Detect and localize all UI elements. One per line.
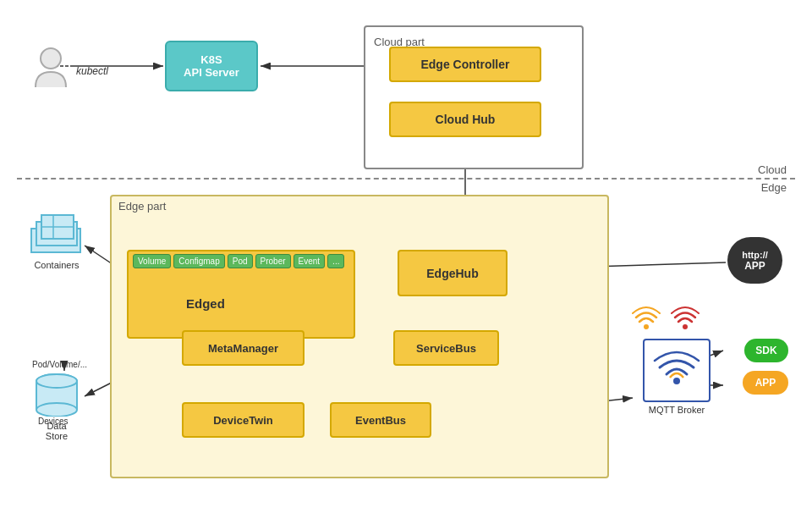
cloud-edge-divider bbox=[17, 178, 795, 179]
svg-point-35 bbox=[36, 374, 77, 388]
svg-point-36 bbox=[644, 324, 649, 329]
svg-point-24 bbox=[41, 48, 61, 69]
eventbus-box: EventBus bbox=[330, 402, 431, 438]
http-app-group: http:// APP bbox=[727, 237, 782, 284]
edge-part-label: Edge part bbox=[118, 200, 166, 213]
user-icon bbox=[30, 47, 72, 93]
edged-sub-configmap: Configmap bbox=[173, 254, 224, 268]
servicebus-box: ServiceBus bbox=[393, 330, 499, 366]
metamanager-label: MetaManager bbox=[208, 342, 278, 355]
data-store-line2: Store bbox=[46, 431, 68, 441]
http-label: http:// bbox=[742, 250, 768, 260]
signal-icons-group bbox=[630, 303, 701, 335]
k8s-label-line2: API Server bbox=[184, 66, 239, 79]
app-circle-yellow: APP bbox=[743, 371, 788, 395]
edgehub-label: EdgeHub bbox=[426, 267, 478, 280]
edged-label: Edged bbox=[186, 296, 225, 311]
edged-sub-event: Event bbox=[294, 254, 326, 268]
edged-sub-row: Volume Configmap Pod Prober Event ... bbox=[133, 254, 344, 268]
edged-sub-pod: Pod bbox=[228, 254, 253, 268]
edged-sub-prober: Prober bbox=[255, 254, 291, 268]
edged-sub-volume: Volume bbox=[133, 254, 171, 268]
containers-group: Containers bbox=[27, 212, 86, 270]
devicetwin-box: DeviceTwin bbox=[182, 402, 304, 438]
edge-label: Edge bbox=[761, 181, 787, 194]
sdk-label: SDK bbox=[755, 345, 776, 356]
signal-inactive-icon bbox=[669, 303, 701, 335]
svg-point-34 bbox=[36, 403, 77, 417]
mqtt-label: MQTT Broker bbox=[634, 405, 719, 415]
pod-volume-label: Pod/Volume/... bbox=[32, 360, 87, 369]
app-in-http-label: APP bbox=[744, 260, 765, 272]
datastore-group: Data Store bbox=[27, 373, 86, 441]
signal-active-icon bbox=[630, 303, 662, 335]
metamanager-box: MetaManager bbox=[182, 330, 304, 366]
cloud-hub-label: Cloud Hub bbox=[436, 113, 496, 126]
eventbus-label: EventBus bbox=[355, 414, 406, 427]
devices-label: Devices bbox=[38, 417, 69, 426]
cloud-label: Cloud bbox=[758, 163, 787, 176]
edged-sub-more: ... bbox=[327, 254, 344, 268]
edgehub-box: EdgeHub bbox=[398, 250, 508, 296]
devicetwin-label: DeviceTwin bbox=[213, 414, 273, 427]
k8s-api-server-box: K8S API Server bbox=[165, 41, 258, 91]
svg-point-38 bbox=[673, 378, 680, 384]
sdk-circle: SDK bbox=[744, 339, 788, 362]
edge-controller-label: Edge Controller bbox=[420, 58, 509, 71]
k8s-label-line1: K8S bbox=[184, 53, 239, 66]
app-label: APP bbox=[755, 377, 776, 389]
servicebus-label: ServiceBus bbox=[416, 342, 476, 355]
cloud-hub-box: Cloud Hub bbox=[389, 102, 541, 137]
kubectl-label: kubectl bbox=[76, 65, 108, 77]
mqtt-broker-group: MQTT Broker bbox=[634, 339, 719, 415]
svg-point-37 bbox=[683, 324, 688, 329]
containers-label: Containers bbox=[27, 260, 86, 270]
mqtt-box bbox=[643, 339, 710, 402]
http-app-box: http:// APP bbox=[727, 237, 782, 284]
diagram-container: Cloud Edge bbox=[0, 0, 812, 508]
edge-controller-box: Edge Controller bbox=[389, 47, 541, 82]
